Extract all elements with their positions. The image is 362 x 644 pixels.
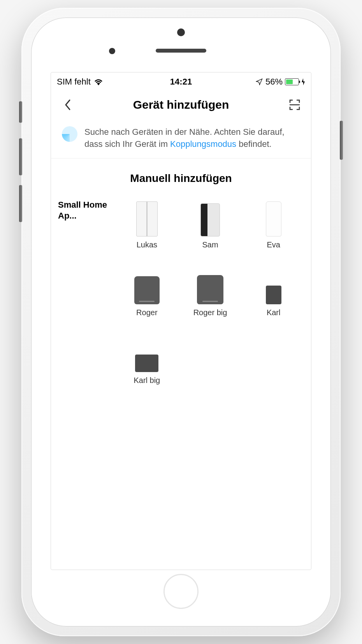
battery-fill bbox=[286, 79, 293, 84]
device-grid: LukasSamEvaRogerRoger bigKarlKarl big bbox=[113, 196, 311, 570]
radar-icon bbox=[62, 126, 77, 142]
device-icon bbox=[134, 276, 160, 304]
battery-icon bbox=[285, 78, 299, 85]
device-item-lukas[interactable]: Lukas bbox=[117, 196, 177, 252]
battery-percent: 56% bbox=[265, 77, 283, 87]
device-icon bbox=[136, 201, 158, 236]
phone-top bbox=[31, 18, 331, 72]
location-icon bbox=[255, 78, 263, 86]
device-item-eva[interactable]: Eva bbox=[244, 196, 303, 252]
status-right: 56% bbox=[255, 77, 305, 87]
device-item-roger[interactable]: Roger bbox=[117, 264, 177, 320]
phone-inner: SIM fehlt 14:21 56% bbox=[31, 18, 331, 626]
category-sidebar: Small Home Ap... bbox=[51, 196, 113, 570]
device-item-karl[interactable]: Karl bbox=[244, 264, 303, 320]
search-text-after: befindet. bbox=[236, 139, 272, 149]
nav-header: Gerät hinzufügen bbox=[51, 91, 311, 118]
device-item-roger-big[interactable]: Roger big bbox=[181, 264, 240, 320]
device-image bbox=[258, 199, 289, 236]
device-image bbox=[195, 199, 226, 236]
chevron-left-icon bbox=[64, 99, 71, 111]
mute-switch bbox=[19, 101, 22, 123]
device-image bbox=[131, 267, 162, 304]
status-left: SIM fehlt bbox=[57, 77, 103, 87]
device-label: Karl bbox=[267, 308, 281, 317]
device-image bbox=[131, 199, 162, 236]
search-info-text: Suche nach Geräten in der Nähe. Achten S… bbox=[84, 126, 300, 150]
scan-icon bbox=[288, 99, 301, 111]
device-label: Sam bbox=[202, 240, 218, 249]
device-icon bbox=[135, 355, 158, 372]
charging-icon bbox=[301, 78, 305, 85]
power-button bbox=[340, 121, 343, 160]
manual-add-heading: Manuell hinzufügen bbox=[51, 159, 311, 196]
carrier-label: SIM fehlt bbox=[57, 77, 91, 87]
device-item-karl-big[interactable]: Karl big bbox=[117, 332, 177, 388]
wifi-icon bbox=[94, 78, 103, 85]
pairing-mode-link[interactable]: Kopplungsmodus bbox=[170, 139, 236, 149]
screen: SIM fehlt 14:21 56% bbox=[51, 72, 311, 570]
speaker-grille bbox=[156, 49, 206, 53]
device-label: Roger bbox=[136, 308, 157, 317]
sidebar-item-small-home-appliances[interactable]: Small Home Ap... bbox=[58, 196, 111, 225]
device-image bbox=[131, 335, 162, 372]
phone-frame: SIM fehlt 14:21 56% bbox=[21, 8, 341, 636]
device-image bbox=[258, 267, 289, 304]
search-info-panel: Suche nach Geräten in der Nähe. Achten S… bbox=[51, 118, 311, 159]
device-icon bbox=[200, 203, 220, 236]
volume-up bbox=[19, 138, 22, 175]
device-item-sam[interactable]: Sam bbox=[181, 196, 240, 252]
device-icon bbox=[266, 286, 281, 304]
home-button[interactable] bbox=[163, 574, 199, 609]
volume-down bbox=[19, 185, 22, 222]
page-title: Gerät hinzufügen bbox=[133, 98, 229, 111]
device-icon bbox=[266, 201, 281, 236]
scan-button[interactable] bbox=[288, 98, 301, 112]
camera-dot bbox=[177, 28, 185, 36]
sensor-dot bbox=[109, 48, 115, 54]
device-label: Eva bbox=[267, 240, 280, 249]
device-image bbox=[195, 267, 226, 304]
content-row: Small Home Ap... LukasSamEvaRogerRoger b… bbox=[51, 196, 311, 570]
status-bar: SIM fehlt 14:21 56% bbox=[51, 72, 311, 91]
device-icon bbox=[197, 275, 223, 304]
status-time: 14:21 bbox=[170, 77, 192, 87]
device-label: Roger big bbox=[193, 308, 227, 317]
device-label: Karl big bbox=[134, 376, 160, 385]
back-button[interactable] bbox=[61, 98, 74, 112]
device-label: Lukas bbox=[137, 240, 157, 249]
